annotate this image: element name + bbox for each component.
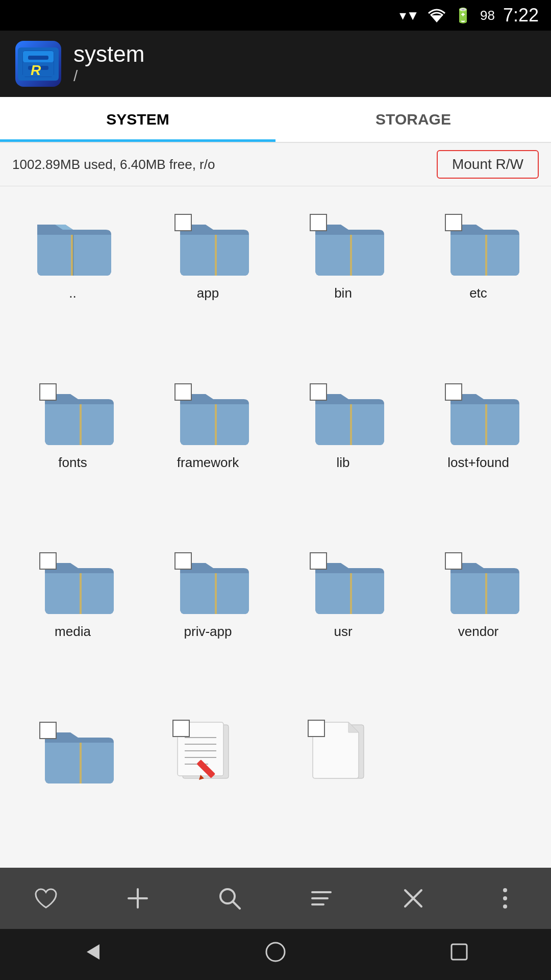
sort-button[interactable] [296, 878, 347, 919]
status-bar: ▾▼ 🔋 98 7:22 [0, 0, 551, 31]
file-name: fonts [58, 455, 87, 471]
svg-marker-0 [431, 15, 443, 22]
list-item[interactable]: fonts [5, 366, 140, 535]
file-name: app [197, 285, 219, 301]
file-checkbox[interactable] [445, 552, 462, 570]
app-icon: R [15, 41, 61, 87]
file-name: vendor [458, 624, 499, 640]
file-checkbox[interactable] [174, 214, 192, 231]
app-subtitle: / [73, 67, 144, 85]
add-button[interactable] [112, 878, 163, 919]
main-content: .. app b [0, 186, 551, 868]
svg-marker-43 [87, 944, 99, 960]
list-item[interactable]: media [5, 535, 140, 704]
wifi-signal-icon [428, 8, 446, 22]
file-checkbox[interactable] [310, 552, 327, 570]
tabs: SYSTEM STORAGE [0, 97, 551, 143]
list-item[interactable]: .. [5, 197, 140, 366]
battery-icon: 🔋 [454, 7, 472, 24]
file-name: priv-app [184, 624, 232, 640]
back-button[interactable] [79, 939, 105, 970]
favorite-button[interactable] [20, 878, 71, 919]
file-name: lib [336, 455, 349, 471]
list-item[interactable]: priv-app [140, 535, 276, 704]
file-checkbox[interactable] [174, 552, 192, 570]
tab-storage[interactable]: STORAGE [276, 97, 551, 142]
file-name: bin [334, 285, 352, 301]
svg-text:R: R [31, 62, 41, 78]
file-checkbox[interactable] [174, 383, 192, 401]
app-title: system [73, 43, 144, 65]
file-name: lost+found [447, 455, 509, 471]
file-name: usr [334, 624, 352, 640]
list-item[interactable]: bin [276, 197, 411, 366]
tab-system[interactable]: SYSTEM [0, 97, 276, 142]
list-item[interactable]: vendor [411, 535, 546, 704]
list-item[interactable]: app [140, 197, 276, 366]
list-item[interactable]: lib [276, 366, 411, 535]
home-button[interactable] [263, 939, 288, 970]
file-name: framework [177, 455, 239, 471]
list-item[interactable] [140, 704, 276, 858]
file-checkbox[interactable] [39, 552, 57, 570]
file-checkbox[interactable] [310, 383, 327, 401]
list-item[interactable]: etc [411, 197, 546, 366]
mount-button[interactable]: Mount R/W [437, 150, 539, 179]
svg-line-34 [233, 901, 240, 909]
file-checkbox[interactable] [445, 214, 462, 231]
app-bar: R system / [0, 31, 551, 97]
file-checkbox[interactable] [39, 722, 57, 739]
battery-level: 98 [480, 8, 495, 23]
file-checkbox[interactable] [310, 214, 327, 231]
file-checkbox[interactable] [39, 383, 57, 401]
svg-point-44 [266, 943, 285, 961]
list-item[interactable] [5, 704, 140, 858]
more-options-button[interactable] [480, 878, 531, 919]
bottom-toolbar [0, 868, 551, 929]
file-grid: .. app b [0, 186, 551, 868]
close-button[interactable] [388, 878, 439, 919]
nav-bar [0, 929, 551, 980]
file-name: .. [69, 285, 76, 301]
svg-point-40 [503, 888, 507, 892]
svg-point-42 [503, 904, 507, 909]
list-item[interactable]: usr [276, 535, 411, 704]
app-title-group: system / [73, 43, 144, 85]
time-display: 7:22 [503, 5, 539, 26]
info-bar: 1002.89MB used, 6.40MB free, r/o Mount R… [0, 143, 551, 186]
wifi-icon: ▾▼ [399, 8, 419, 23]
list-item[interactable] [276, 704, 411, 858]
recents-button[interactable] [446, 939, 472, 970]
svg-point-41 [503, 896, 507, 900]
storage-info: 1002.89MB used, 6.40MB free, r/o [12, 157, 215, 173]
file-checkbox[interactable] [308, 720, 325, 737]
svg-rect-4 [28, 56, 48, 60]
file-name: media [55, 624, 91, 640]
list-item[interactable]: lost+found [411, 366, 546, 535]
search-button[interactable] [204, 878, 255, 919]
list-item[interactable]: framework [140, 366, 276, 535]
svg-rect-45 [452, 944, 467, 960]
file-name: etc [469, 285, 487, 301]
file-checkbox[interactable] [172, 720, 190, 737]
file-checkbox[interactable] [445, 383, 462, 401]
